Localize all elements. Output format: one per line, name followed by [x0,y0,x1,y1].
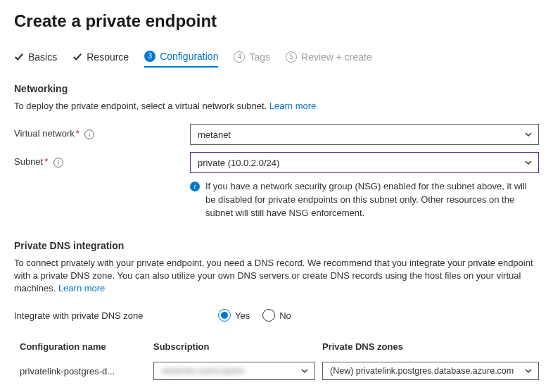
row-integrate-dns: Integrate with private DNS zone Yes No [14,306,539,329]
info-icon[interactable]: i [84,129,94,139]
learn-more-link[interactable]: Learn more [58,283,105,293]
table-row: privatelink-postgres-d... redacted subsc… [20,362,539,380]
config-name-cell: privatelink-postgres-d... [20,366,153,377]
step-label: Tags [249,51,270,63]
subnet-select[interactable]: private (10.0.2.0/24) [190,152,539,173]
select-value: redacted subscription [161,366,245,376]
step-basics[interactable]: Basics [14,51,57,67]
radio-label: Yes [235,310,250,321]
select-value: private (10.0.2.0/24) [198,158,279,168]
learn-more-link[interactable]: Learn more [269,101,316,111]
select-value: metanet [198,129,231,140]
radio-icon [262,309,275,322]
step-configuration[interactable]: 3 Configuration [144,51,218,68]
step-number-icon: 4 [234,51,245,63]
required-icon: * [44,156,48,167]
radio-label: No [279,310,291,321]
subscription-select[interactable]: redacted subscription [153,362,315,380]
step-label: Resource [87,51,129,63]
info-icon[interactable]: i [53,158,63,167]
step-label: Review + create [301,51,372,63]
chevron-down-icon [524,130,533,139]
step-tags[interactable]: 4 Tags [234,51,270,67]
col-config: Configuration name [20,341,153,352]
check-icon [14,52,24,62]
step-resource[interactable]: Resource [72,51,129,67]
row-virtual-network: Virtual network* i metanet [14,124,539,146]
vnet-select[interactable]: metanet [190,124,539,145]
networking-desc: To deploy the private endpoint, select a… [14,100,539,113]
col-subscription: Subscription [153,341,322,352]
radio-yes[interactable]: Yes [218,309,250,322]
integrate-label: Integrate with private DNS zone [14,306,218,321]
step-review[interactable]: 5 Review + create [286,51,372,67]
info-icon: i [190,182,200,191]
required-icon: * [76,128,80,139]
row-subnet: Subnet* i private (10.0.2.0/24) [14,152,539,175]
subnet-label: Subnet* i [14,152,190,167]
dns-zone-select[interactable]: (New) privatelink.postgres.database.azur… [322,362,539,380]
dns-heading: Private DNS integration [14,240,539,251]
table-header: Configuration name Subscription Private … [20,341,539,355]
radio-no[interactable]: No [262,309,291,322]
wizard-steps: Basics Resource 3 Configuration 4 Tags 5… [14,51,539,68]
radio-icon [218,309,231,322]
check-icon [72,52,82,62]
dns-table: Configuration name Subscription Private … [14,341,539,380]
chevron-down-icon [300,367,309,375]
step-label: Configuration [160,51,218,62]
page-title: Create a private endpoint [14,11,539,31]
select-value: (New) privatelink.postgres.database.azur… [330,366,514,376]
label-text: Subnet [14,156,43,167]
chevron-down-icon [524,158,533,167]
label-text: Virtual network [14,128,75,139]
nsg-note: i If you have a network security group (… [190,180,539,220]
col-zone: Private DNS zones [322,341,539,352]
step-label: Basics [28,51,57,63]
desc-text: To deploy the private endpoint, select a… [14,101,269,111]
step-number-icon: 5 [286,51,297,63]
vnet-label: Virtual network* i [14,124,190,139]
integrate-radio-group: Yes No [218,306,291,322]
chevron-down-icon [524,367,533,375]
note-text: If you have a network security group (NS… [205,180,539,220]
dns-desc: To connect privately with your private e… [14,257,539,296]
step-number-icon: 3 [144,51,155,62]
networking-heading: Networking [14,83,539,94]
